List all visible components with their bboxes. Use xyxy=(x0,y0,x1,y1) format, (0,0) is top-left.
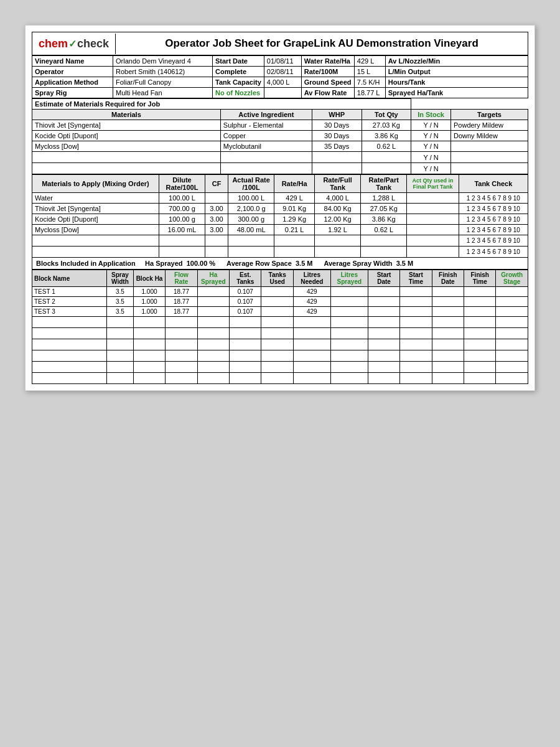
mix-5-fulltank xyxy=(315,247,361,258)
mat-0-active: Sulphur - Elemental xyxy=(220,120,312,131)
block-1-blockha: 1.000 xyxy=(133,297,165,307)
block-2-hasprayed xyxy=(197,307,229,317)
mixing-header-row: Materials to Apply (Mixing Order) Dilute… xyxy=(32,175,528,193)
mat-2-target xyxy=(450,141,528,152)
header-row: chem✓check Operator Job Sheet for GrapeL… xyxy=(32,32,528,55)
ha-sprayed-label: Ha Sprayed xyxy=(145,260,183,267)
mat-4-totqty xyxy=(362,163,411,174)
mix-row-0: Water 100.00 L 100.00 L 429 L 4,000 L 1,… xyxy=(32,193,528,204)
no-nozzles-value xyxy=(264,88,301,98)
avg-spray-label: Average Spray Width xyxy=(324,260,392,267)
mix-5-cf xyxy=(205,247,228,258)
col-parttank-header: Rate/Part Tank xyxy=(361,175,407,193)
mix-0-dilute: 100.00 L xyxy=(159,193,205,204)
mix-row-1: Thiovit Jet [Syngenta] 700.00 g 3.00 2,1… xyxy=(32,204,528,214)
materials-table: Estimate of Materials Required for Job M… xyxy=(32,98,528,174)
ground-speed-label: Ground Speed xyxy=(301,77,354,88)
start-date-value: 01/08/11 xyxy=(264,56,301,67)
mix-4-fulltank xyxy=(315,235,361,247)
logo-chem: chem xyxy=(39,37,68,50)
col-fulltank-header: Rate/Full Tank xyxy=(315,175,361,193)
mix-3-actqty xyxy=(407,225,459,235)
mat-2-instock: Y / N xyxy=(411,141,451,152)
block-empty-1 xyxy=(32,317,528,328)
mat-0-totqty: 27.03 Kg xyxy=(362,120,411,131)
mix-1-cf: 3.00 xyxy=(205,204,228,214)
mix-4-material xyxy=(32,235,159,247)
tank-capacity-value: 4,000 L xyxy=(264,77,301,88)
mix-0-fulltank: 4,000 L xyxy=(315,193,361,204)
operator-value: Robert Smith (140612) xyxy=(113,67,213,77)
page-title: Operator Job Sheet for GrapeLink AU Demo… xyxy=(116,32,528,55)
avg-row-label: Average Row Space xyxy=(226,260,292,267)
mix-3-rateha: 0.21 L xyxy=(274,225,315,235)
block-1-spraywidth: 3.5 xyxy=(106,297,133,307)
col-instock-header: In Stock xyxy=(411,110,451,120)
col-rateha-header: Rate/Ha xyxy=(274,175,315,193)
mix-2-cf: 3.00 xyxy=(205,214,228,225)
col-finishdate-header: Finish Date xyxy=(432,270,464,287)
mat-3-instock: Y / N xyxy=(411,152,451,163)
mix-1-fulltank: 84.00 Kg xyxy=(315,204,361,214)
block-1-hasprayed xyxy=(197,297,229,307)
mat-row-3: Y / N xyxy=(32,152,528,163)
mix-0-parttank: 1,288 L xyxy=(361,193,407,204)
block-2-flowrate: 18.77 xyxy=(166,307,197,317)
mix-0-material: Water xyxy=(32,193,159,204)
mat-0-target: Powdery Mildew xyxy=(450,120,528,131)
info-table: Vineyard Name Orlando Dem Vineyard 4 Sta… xyxy=(32,55,528,98)
mix-1-tankcheck: 1 2 3 4 5 6 7 8 9 10 xyxy=(459,204,528,214)
col-litressprayed-header: Litres Sprayed xyxy=(330,270,368,287)
block-0-litressprayed xyxy=(330,287,368,297)
blocks-header-row: Block Name Spray Width Block Ha Flow Rat… xyxy=(32,270,528,287)
mat-4-instock: Y / N xyxy=(411,163,451,174)
mix-5-tankcheck: 1 2 3 4 5 6 7 8 9 10 xyxy=(459,247,528,258)
col-esttanks-header: Est. Tanks xyxy=(230,270,261,287)
mix-5-rateha xyxy=(274,247,315,258)
mix-5-material xyxy=(32,247,159,258)
block-0-growthstage xyxy=(496,287,528,297)
mat-1-instock: Y / N xyxy=(411,131,451,141)
blocks-header-text: Blocks Included in Application xyxy=(36,260,136,267)
col-startdate-header: Start Date xyxy=(368,270,399,287)
mix-4-actual xyxy=(228,235,274,247)
spray-rig-value: Multi Head Fan xyxy=(113,88,213,98)
info-row-1: Vineyard Name Orlando Dem Vineyard 4 Sta… xyxy=(32,56,528,67)
block-0-starttime xyxy=(400,287,432,297)
mix-3-fulltank: 1.92 L xyxy=(315,225,361,235)
mix-3-parttank: 0.62 L xyxy=(361,225,407,235)
col-actual-header: Actual Rate /100L xyxy=(228,175,274,193)
block-empty-5 xyxy=(32,362,528,373)
mat-row-4: Y / N xyxy=(32,163,528,174)
mat-4-active xyxy=(220,163,312,174)
info-row-4: Spray Rig Multi Head Fan No of Nozzles A… xyxy=(32,88,528,98)
mix-3-dilute: 16.00 mL xyxy=(159,225,205,235)
mat-4-target xyxy=(450,163,528,174)
block-2-starttime xyxy=(400,307,432,317)
col-tankcheck-header: Tank Check xyxy=(459,175,528,193)
block-1-esttanks: 0.107 xyxy=(230,297,261,307)
block-2-growthstage xyxy=(496,307,528,317)
av-nozzle-label: Av L/Nozzle/Min xyxy=(385,56,528,67)
operator-label: Operator xyxy=(32,67,113,77)
mix-1-actqty xyxy=(407,204,459,214)
block-1-finishtime xyxy=(464,297,496,307)
ground-speed-value: 7.5 K/H xyxy=(354,77,385,88)
block-row-0: TEST 1 3.5 1.000 18.77 0.107 429 xyxy=(32,287,528,297)
block-1-startdate xyxy=(368,297,399,307)
col-dilute-header: Dilute Rate/100L xyxy=(159,175,205,193)
lmin-label: L/Min Output xyxy=(385,67,528,77)
block-1-tanksused xyxy=(261,297,293,307)
start-date-label: Start Date xyxy=(213,56,264,67)
materials-section-title: Estimate of Materials Required for Job xyxy=(32,99,411,110)
mat-3-active xyxy=(220,152,312,163)
mix-2-actual: 300.00 g xyxy=(228,214,274,225)
water-rate-value: 429 L xyxy=(354,56,385,67)
block-empty-3 xyxy=(32,339,528,350)
col-materials-header: Materials xyxy=(32,110,221,120)
mat-0-material: Thiovit Jet [Syngenta] xyxy=(32,120,221,131)
blocks-table: Block Name Spray Width Block Ha Flow Rat… xyxy=(32,270,528,384)
mat-0-instock: Y / N xyxy=(411,120,451,131)
col-starttime-header: Start Time xyxy=(400,270,432,287)
col-targets-header: Targets xyxy=(450,110,528,120)
